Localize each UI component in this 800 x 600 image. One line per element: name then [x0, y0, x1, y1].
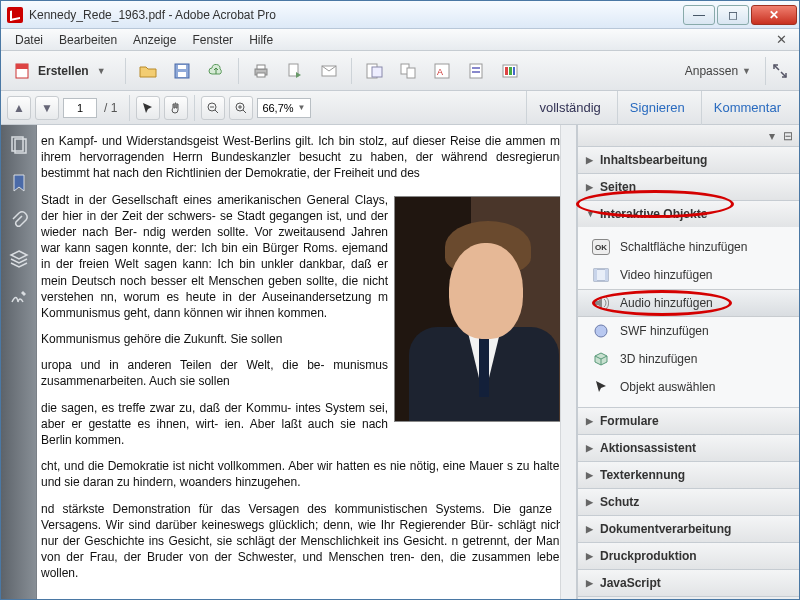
toolbar: Erstellen ▼ A Anpassen ▼ — [1, 51, 799, 91]
svg-rect-7 — [257, 73, 265, 77]
menu-fenster[interactable]: Fenster — [184, 31, 241, 49]
ok-button-icon: OK — [592, 239, 610, 255]
document-content: en Kampf- und Widerstandsgeist West-Berl… — [37, 125, 576, 599]
open-button[interactable] — [134, 57, 162, 85]
floppy-icon — [173, 62, 191, 80]
section-dokumentverarbeitung[interactable]: ▶Dokumentverarbeitung — [578, 516, 799, 542]
cursor-icon — [592, 379, 610, 395]
hand-tool-button[interactable] — [164, 96, 188, 120]
zoom-in-button[interactable] — [229, 96, 253, 120]
tool-schaltflaeche[interactable]: OK Schaltfläche hinzufügen — [578, 233, 799, 261]
cloud-up-icon — [207, 62, 225, 80]
page-number-input[interactable] — [63, 98, 97, 118]
tools-panel: ▾ ⊟ ▶Inhaltsbearbeitung ▶Seiten ▼Interak… — [577, 125, 799, 599]
layers-icon[interactable] — [9, 249, 29, 269]
fullscreen-button[interactable] — [765, 57, 793, 85]
page-up-button[interactable]: ▲ — [7, 96, 31, 120]
ocr-icon: A — [433, 62, 451, 80]
section-inhaltsbearbeitung[interactable]: ▶Inhaltsbearbeitung — [578, 147, 799, 173]
save-button[interactable] — [168, 57, 196, 85]
attachments-icon[interactable] — [9, 211, 29, 231]
svg-rect-22 — [513, 67, 515, 75]
create-button[interactable]: Erstellen ▼ — [7, 57, 117, 85]
bookmarks-icon[interactable] — [9, 173, 29, 193]
tab-signieren[interactable]: Signieren — [617, 91, 697, 125]
svg-rect-18 — [472, 71, 480, 73]
form-button[interactable] — [462, 57, 490, 85]
svg-rect-28 — [594, 269, 597, 281]
zoom-level-select[interactable]: 66,7% ▼ — [257, 98, 310, 118]
customize-dropdown[interactable]: Anpassen ▼ — [677, 64, 759, 78]
scan-button[interactable] — [360, 57, 388, 85]
email-button[interactable] — [315, 57, 343, 85]
tab-vollstaendig[interactable]: vollständig — [526, 91, 612, 125]
kennedy-photo — [394, 196, 566, 422]
combine-icon — [399, 62, 417, 80]
thumbnails-icon[interactable] — [9, 135, 29, 155]
tool-audio[interactable]: Audio hinzufügen — [578, 289, 799, 317]
tool-3d[interactable]: 3D hinzufügen — [578, 345, 799, 373]
maximize-button[interactable]: ◻ — [717, 5, 749, 25]
zoom-out-button[interactable] — [201, 96, 225, 120]
doc-paragraph: en Kampf- und Widerstandsgeist West-Berl… — [41, 133, 566, 182]
speaker-icon — [592, 295, 610, 311]
section-aktionsassistent[interactable]: ▶Aktionsassistent — [578, 435, 799, 461]
section-javascript[interactable]: ▶JavaScript — [578, 570, 799, 596]
multimedia-icon — [501, 62, 519, 80]
section-texterkennung[interactable]: ▶Texterkennung — [578, 462, 799, 488]
section-druckproduktion[interactable]: ▶Druckproduktion — [578, 543, 799, 569]
section-schutz[interactable]: ▶Schutz — [578, 489, 799, 515]
svg-point-30 — [595, 325, 607, 337]
ocr-button[interactable]: A — [428, 57, 456, 85]
left-rail — [1, 125, 37, 599]
cloud-button[interactable] — [202, 57, 230, 85]
panel-header: ▾ ⊟ — [578, 125, 799, 147]
document-area[interactable]: en Kampf- und Widerstandsgeist West-Berl… — [37, 125, 577, 599]
menu-datei[interactable]: Datei — [7, 31, 51, 49]
svg-rect-11 — [372, 67, 382, 77]
close-button[interactable]: ✕ — [751, 5, 797, 25]
tool-objekt-auswaehlen[interactable]: Objekt auswählen — [578, 373, 799, 401]
page-down-button[interactable]: ▼ — [35, 96, 59, 120]
doc-paragraph: nd stärkste Demonstration für das Versag… — [41, 501, 566, 582]
svg-rect-6 — [257, 65, 265, 69]
tool-swf[interactable]: SWF hinzufügen — [578, 317, 799, 345]
panel-menu-icon[interactable]: ▾ — [769, 129, 775, 143]
menu-anzeige[interactable]: Anzeige — [125, 31, 184, 49]
section-formulare[interactable]: ▶Formulare — [578, 408, 799, 434]
chevron-down-icon: ▼ — [97, 66, 106, 76]
print-button[interactable] — [247, 57, 275, 85]
menu-close-doc[interactable]: ✕ — [770, 32, 793, 47]
envelope-icon — [320, 62, 338, 80]
expand-icon — [772, 63, 788, 79]
multimedia-button[interactable] — [496, 57, 524, 85]
section-interaktive-objekte[interactable]: ▼Interaktive Objekte — [578, 201, 799, 227]
minimize-button[interactable]: — — [683, 5, 715, 25]
zoom-out-icon — [207, 102, 219, 114]
navbar: ▲ ▼ / 1 66,7% ▼ vollständig Signieren Ko… — [1, 91, 799, 125]
cursor-icon — [142, 102, 154, 114]
signatures-icon[interactable] — [9, 287, 29, 307]
tab-kommentar[interactable]: Kommentar — [701, 91, 793, 125]
tool-video[interactable]: Video hinzufügen — [578, 261, 799, 289]
svg-rect-4 — [178, 72, 186, 77]
chevron-down-icon: ▼ — [742, 66, 751, 76]
menu-bearbeiten[interactable]: Bearbeiten — [51, 31, 125, 49]
film-icon — [592, 267, 610, 283]
pdf-icon — [14, 62, 32, 80]
combine-button[interactable] — [394, 57, 422, 85]
svg-rect-29 — [605, 269, 608, 281]
page-share-icon — [286, 62, 304, 80]
scrollbar[interactable] — [560, 125, 576, 599]
window-title: Kennedy_Rede_1963.pdf - Adobe Acrobat Pr… — [29, 8, 276, 22]
svg-rect-3 — [178, 65, 186, 69]
panel-collapse-icon[interactable]: ⊟ — [783, 129, 793, 143]
menu-hilfe[interactable]: Hilfe — [241, 31, 281, 49]
printer-icon — [252, 62, 270, 80]
share-file-button[interactable] — [281, 57, 309, 85]
select-tool-button[interactable] — [136, 96, 160, 120]
folder-open-icon — [139, 62, 157, 80]
scan-icon — [365, 62, 383, 80]
section-seiten[interactable]: ▶Seiten — [578, 174, 799, 200]
cube-icon — [592, 351, 610, 367]
